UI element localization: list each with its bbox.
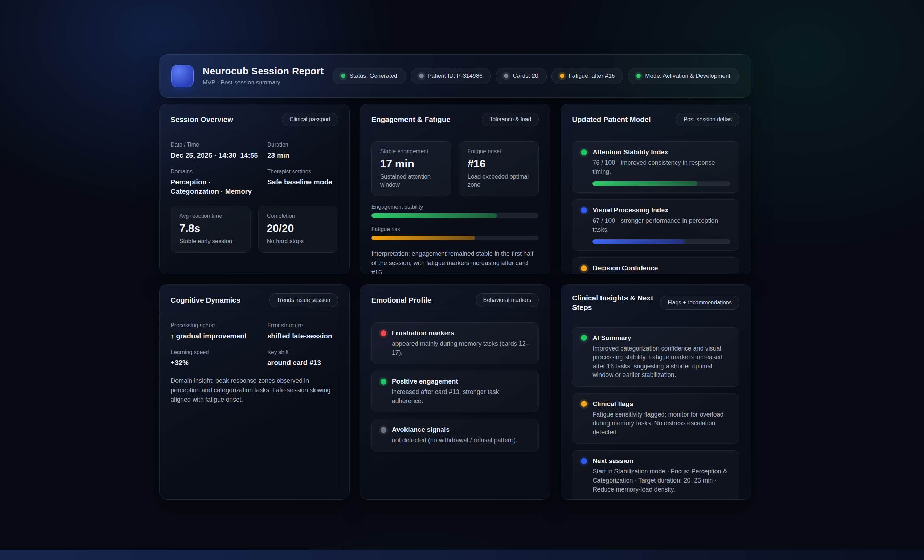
card-engagement-fatigue: Engagement & Fatigue Tolerance & load St… — [360, 103, 550, 274]
header-text: Neurocub Session Report MVP · Post-sessi… — [202, 66, 324, 86]
insight-description: Start in Stabilization mode · Focus: Per… — [592, 467, 730, 494]
marker-frustration: Frustration markers appeared mainly duri… — [372, 322, 539, 364]
marker-description: not detected (no withdrawal / refusal pa… — [392, 436, 530, 445]
fatigue-pill: Fatigue: after #16 — [552, 68, 623, 84]
index-attention-stability: Attention Stability Index 76 / 100 · imp… — [572, 141, 740, 193]
field-label: Processing speed — [171, 322, 259, 329]
page-subtitle: MVP · Post-session summary — [202, 79, 324, 86]
cards-count-pill-label: Cards: 20 — [513, 73, 538, 79]
neurocub-session-report-page: Neurocub Session Report MVP · Post-sessi… — [0, 0, 924, 560]
stat-label: Fatigue onset — [468, 148, 530, 154]
card-emotional-profile: Emotional Profile Behavioral markers Fru… — [360, 284, 550, 500]
field-therapist-settings: Therapist settings Safe baseline mode — [267, 168, 338, 196]
badge-behavioral-markers: Behavioral markers — [476, 293, 539, 307]
marker-description: appeared mainly during memory tasks (car… — [392, 339, 530, 357]
field-value: Perception · Categorization · Memory — [171, 178, 259, 196]
blue-dot-icon — [581, 207, 587, 213]
card-session-overview: Session Overview Clinical passport Date … — [159, 103, 350, 274]
green-dot-icon — [381, 379, 386, 385]
stat-stable-engagement: Stable engagement 17 min Sustained atten… — [372, 141, 452, 196]
patient-id-pill-label: Patient ID: P-314986 — [428, 73, 483, 79]
marker-title: Positive engagement — [392, 377, 458, 385]
marker-description: increased after card #13, stronger task … — [392, 388, 530, 406]
card-updated-patient-model: Updated Patient Model Post-session delta… — [561, 103, 751, 274]
field-value: around card #13 — [267, 358, 338, 368]
badge-post-session-deltas: Post-session deltas — [676, 112, 740, 126]
card-clinical-insights: Clinical Insights & Next Steps Flags + r… — [561, 284, 751, 500]
index-title: Visual Processing Index — [592, 207, 668, 214]
report-container: Neurocub Session Report MVP · Post-sessi… — [159, 54, 751, 500]
engagement-stability-bar-fill — [372, 213, 497, 218]
card-title-clinical-insights: Clinical Insights & Next Steps — [572, 293, 654, 312]
cards-count-pill: Cards: 20 — [495, 68, 547, 84]
field-label: Therapist settings — [267, 168, 338, 175]
blue-dot-icon — [581, 458, 587, 464]
card-title-updated-patient-model: Updated Patient Model — [572, 115, 651, 124]
green-dot-icon — [581, 150, 587, 155]
field-domains: Domains Perception · Categorization · Me… — [171, 168, 259, 196]
marker-title: Avoidance signals — [392, 426, 450, 434]
green-dot-icon — [581, 335, 587, 341]
mode-pill: Mode: Activation & Development — [628, 68, 739, 84]
card-title-engagement-fatigue: Engagement & Fatigue — [372, 115, 451, 124]
cards-count-dot-icon — [504, 73, 508, 78]
orange-dot-icon — [581, 401, 587, 407]
stat-value: 7.8s — [179, 222, 242, 235]
card-title-emotional-profile: Emotional Profile — [372, 295, 432, 305]
field-value: +32% — [171, 358, 259, 368]
stat-value: 20/20 — [267, 222, 329, 235]
field-error-structure: Error structure shifted late-session — [267, 322, 338, 341]
engagement-stability-bar — [372, 213, 539, 218]
stat-value: 17 min — [380, 158, 443, 170]
stat-avg-reaction-time: Avg reaction time 7.8s Stable early sess… — [171, 206, 250, 253]
fatigue-pill-label: Fatigue: after #16 — [568, 73, 615, 79]
card-title-cognitive-dynamics: Cognitive Dynamics — [171, 295, 240, 305]
status-dot-icon — [341, 73, 345, 78]
page-title: Neurocub Session Report — [202, 66, 324, 77]
stat-label: Avg reaction time — [179, 213, 242, 219]
fatigue-risk-bar-fill — [372, 235, 476, 240]
visual-processing-bar — [592, 240, 730, 244]
red-dot-icon — [381, 330, 386, 336]
field-value: 23 min — [267, 151, 338, 160]
card-cognitive-dynamics: Cognitive Dynamics Trends inside session… — [159, 284, 350, 500]
field-value: ↑ gradual improvement — [171, 331, 259, 341]
insight-description: Improved categorization confidence and v… — [592, 344, 730, 380]
index-title: Attention Stability Index — [592, 148, 668, 156]
field-label: Learning speed — [171, 349, 259, 355]
stat-caption: Stable early session — [179, 238, 242, 246]
field-value: Safe baseline mode — [267, 178, 338, 187]
stat-caption: No hard stops — [267, 238, 329, 246]
card-title-session-overview: Session Overview — [171, 115, 233, 124]
status-pill-label: Status: Generated — [350, 73, 398, 79]
insight-title: Next session — [592, 457, 633, 465]
field-value: Dec 25, 2025 · 14:30–14:55 — [171, 151, 259, 160]
orange-dot-icon — [581, 265, 587, 271]
badge-tolerance-load: Tolerance & load — [482, 112, 538, 126]
interpretation-text: Interpretation: engagement remained stab… — [372, 249, 539, 274]
field-label: Domains — [171, 168, 259, 175]
insight-clinical-flags: Clinical flags Fatigue sensitivity flagg… — [572, 393, 740, 444]
field-label: Duration — [267, 142, 338, 148]
cards-grid: Session Overview Clinical passport Date … — [159, 103, 751, 500]
patient-id-dot-icon — [419, 73, 424, 78]
stat-label: Stable engagement — [380, 148, 443, 154]
field-key-shift: Key shift around card #13 — [267, 349, 338, 368]
index-title: Decision Confidence — [592, 264, 658, 272]
attention-stability-bar-fill — [592, 181, 697, 186]
insight-ai-summary: AI Summary Improved categorization confi… — [572, 327, 740, 387]
field-processing-speed: Processing speed ↑ gradual improvement — [171, 322, 259, 341]
marker-title: Frustration markers — [392, 329, 454, 337]
stat-caption: Load exceeded optimal zone — [468, 173, 530, 189]
index-description: 67 / 100 · stronger performance in perce… — [592, 216, 730, 234]
index-visual-processing: Visual Processing Index 67 / 100 · stron… — [572, 199, 740, 251]
field-label: Date / Time — [171, 142, 259, 148]
fatigue-risk-label: Fatigue risk — [372, 226, 539, 232]
stat-label: Completion — [267, 213, 329, 219]
domain-insight-text: Domain insight: peak response zones obse… — [171, 376, 338, 404]
insight-description: Fatigue sensitivity flagged; monitor for… — [592, 410, 730, 437]
index-decision-confidence: Decision Confidence 53 / 100 · hesitatio… — [572, 258, 740, 274]
attention-stability-bar — [592, 181, 730, 186]
header-bar: Neurocub Session Report MVP · Post-sessi… — [159, 54, 751, 97]
marker-positive-engagement: Positive engagement increased after card… — [372, 371, 539, 412]
